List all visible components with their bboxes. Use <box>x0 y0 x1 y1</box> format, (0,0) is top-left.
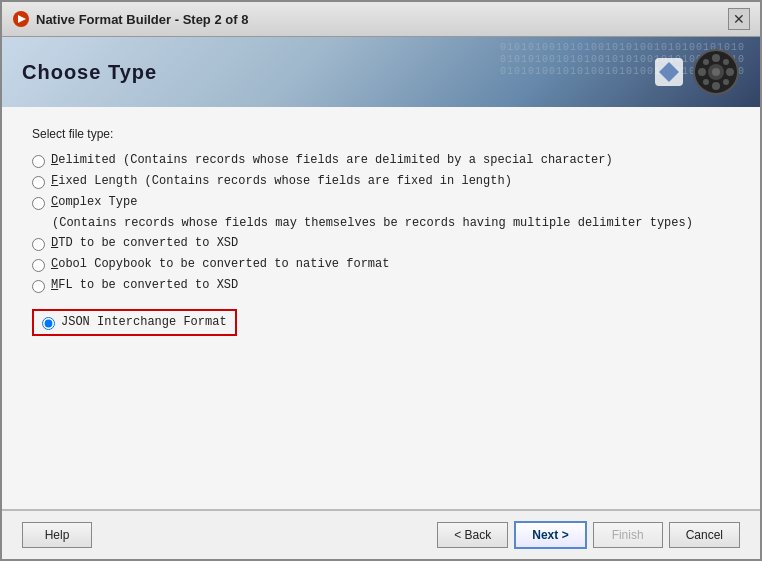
svg-point-14 <box>723 59 729 65</box>
radio-json[interactable] <box>42 317 55 330</box>
svg-point-8 <box>712 82 720 90</box>
radio-delimited[interactable] <box>32 155 45 168</box>
radio-fixed[interactable] <box>32 176 45 189</box>
title-bar-left: Native Format Builder - Step 2 of 8 <box>12 10 248 28</box>
json-highlight-box: JSON Interchange Format <box>32 309 237 336</box>
section-label: Select file type: <box>32 127 730 141</box>
option-cobol[interactable]: Cobol Copybook to be converted to native… <box>32 257 730 272</box>
complex-description: (Contains records whose fields may thems… <box>52 216 693 230</box>
page-title: Choose Type <box>22 61 157 84</box>
svg-point-13 <box>703 79 709 85</box>
label-prefix-fixed: F <box>51 174 58 188</box>
footer: Help < Back Next > Finish Cancel <box>2 510 760 559</box>
label-prefix-delimited: D <box>51 153 58 167</box>
label-prefix-mfl: M <box>51 278 58 292</box>
svg-point-11 <box>703 59 709 65</box>
radio-dtd[interactable] <box>32 238 45 251</box>
option-mfl[interactable]: MFL to be converted to XSD <box>32 278 730 293</box>
radio-mfl[interactable] <box>32 280 45 293</box>
help-button[interactable]: Help <box>22 522 92 548</box>
option-json[interactable]: JSON Interchange Format <box>42 315 227 330</box>
footer-right: < Back Next > Finish Cancel <box>437 521 740 549</box>
main-window: Native Format Builder - Step 2 of 8 ✕ Ch… <box>0 0 762 561</box>
banner-icons <box>651 48 740 96</box>
label-mfl: MFL to be converted to XSD <box>51 278 238 292</box>
header-banner: Choose Type 0101010010101001010100101010… <box>2 37 760 107</box>
next-button[interactable]: Next > <box>514 521 586 549</box>
svg-point-10 <box>726 68 734 76</box>
complex-indent: (Contains records whose fields may thems… <box>52 216 730 230</box>
label-cobol: Cobol Copybook to be converted to native… <box>51 257 389 271</box>
title-bar: Native Format Builder - Step 2 of 8 ✕ <box>2 2 760 37</box>
footer-left: Help <box>22 522 92 548</box>
label-prefix-complex: C <box>51 195 58 209</box>
option-delimited[interactable]: Delimited (Contains records whose fields… <box>32 153 730 168</box>
window-title: Native Format Builder - Step 2 of 8 <box>36 12 248 27</box>
label-prefix-cobol: C <box>51 257 58 271</box>
option-fixed[interactable]: Fixed Length (Contains records whose fie… <box>32 174 730 189</box>
label-complex: Complex Type <box>51 195 137 209</box>
cancel-button[interactable]: Cancel <box>669 522 740 548</box>
radio-cobol[interactable] <box>32 259 45 272</box>
label-prefix-dtd: D <box>51 236 58 250</box>
content-area: Select file type: Delimited (Contains re… <box>2 107 760 509</box>
svg-point-9 <box>698 68 706 76</box>
label-fixed: Fixed Length (Contains records whose fie… <box>51 174 512 188</box>
app-icon <box>12 10 30 28</box>
svg-point-7 <box>712 54 720 62</box>
svg-point-12 <box>723 79 729 85</box>
finish-button[interactable]: Finish <box>593 522 663 548</box>
label-delimited: Delimited (Contains records whose fields… <box>51 153 613 167</box>
back-button[interactable]: < Back <box>437 522 508 548</box>
radio-complex[interactable] <box>32 197 45 210</box>
label-json: JSON Interchange Format <box>61 315 227 329</box>
json-option-container: JSON Interchange Format <box>32 305 730 336</box>
close-button[interactable]: ✕ <box>728 8 750 30</box>
film-reel-icon <box>692 48 740 96</box>
label-dtd: DTD to be converted to XSD <box>51 236 238 250</box>
svg-point-6 <box>712 68 720 76</box>
option-complex[interactable]: Complex Type <box>32 195 730 210</box>
card-icon <box>651 54 687 90</box>
option-dtd[interactable]: DTD to be converted to XSD <box>32 236 730 251</box>
